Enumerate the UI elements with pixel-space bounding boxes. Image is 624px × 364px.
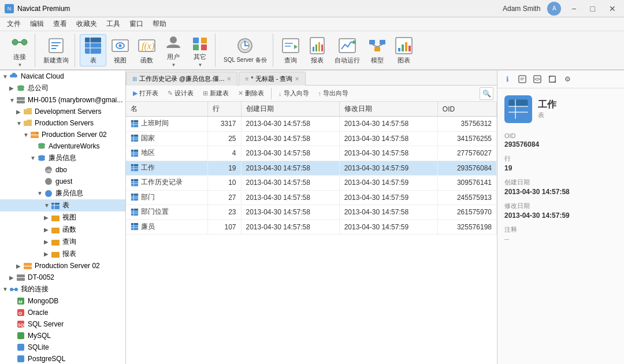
arrow-icon: ▶ [44, 226, 51, 233]
function-button[interactable]: f(x) 函数 [134, 34, 159, 66]
new-query-button[interactable]: 新建查询 [40, 34, 72, 66]
sidebar-item-employee-schema[interactable]: ▼ 廉员信息 [0, 187, 125, 199]
sidebar-item-views[interactable]: ▶ 视图 [0, 211, 125, 224]
svg-rect-21 [201, 44, 207, 50]
other-button[interactable]: 其它 ▼ [187, 34, 213, 66]
svg-line-39 [377, 44, 382, 47]
user-icon [164, 33, 183, 51]
menu-file[interactable]: 文件 [2, 18, 25, 30]
rp-object-icon [504, 95, 532, 123]
rp-preview-button[interactable] [531, 73, 544, 86]
sidebar-item-reports[interactable]: ▶ 报表 [0, 248, 125, 260]
close-button[interactable]: ✕ [606, 3, 619, 14]
svg-rect-42 [402, 44, 404, 51]
svg-rect-133 [508, 99, 528, 106]
export-wizard-button[interactable]: ↑ 导出向导 [315, 88, 352, 99]
rp-ddl-button[interactable] [516, 73, 529, 86]
svg-point-34 [352, 40, 356, 44]
rp-settings-button[interactable]: ⚙ [561, 73, 574, 86]
rp-modified-value: 2013-04-30 14:57:59 [504, 211, 617, 220]
table-row[interactable]: 上班时间 3317 2013-04-30 14:57:58 2013-04-30… [126, 117, 497, 132]
svg-rect-66 [51, 216, 60, 221]
autorun-button[interactable]: 自动运行 [331, 34, 363, 66]
mysql-label: MySQL [28, 332, 51, 340]
tab-history-close[interactable]: ✕ [226, 76, 231, 82]
menu-window[interactable]: 窗口 [125, 18, 148, 30]
postgresql-label: PostgreSQL [28, 355, 65, 363]
sidebar-item-adventureworks[interactable]: ▶ AdventureWorks [0, 140, 125, 152]
search-button[interactable]: 🔍 [480, 87, 493, 100]
tab-query[interactable]: ≡ * 无标题 - 查询 ✕ [239, 72, 306, 86]
rp-maximize-button[interactable] [546, 73, 559, 86]
design-table-button[interactable]: ✎ 设计表 [164, 88, 197, 99]
query-run-button[interactable]: 查询 [278, 34, 303, 66]
sidebar-item-prod-servers[interactable]: ▼ Production Servers [0, 117, 125, 129]
col-oid: OID [437, 102, 496, 117]
sidebar-item-prod-server02[interactable]: ▼ Production Server 02 [0, 129, 125, 140]
sidebar-item-dt0052[interactable]: ▶ DT-0052 [0, 272, 125, 283]
sidebar-item-mh0015[interactable]: ▼ MH-0015 (marybrown@gmai... [0, 94, 125, 106]
table-row[interactable]: 部门 27 2013-04-30 14:57:58 2013-04-30 14:… [126, 190, 497, 205]
sidebar-item-dev-servers[interactable]: ▶ Development Servers [0, 106, 125, 117]
employee-info-label: 廉员信息 [49, 153, 76, 163]
open-table-button[interactable]: ▶ 打开表 [129, 88, 162, 99]
delete-table-button[interactable]: ✕ 删除表 [235, 88, 268, 99]
sidebar-item-guest[interactable]: ▶ guest [0, 176, 125, 187]
sidebar-item-navicat-cloud[interactable]: ▼ Navicat Cloud [0, 70, 125, 82]
menu-view[interactable]: 查看 [49, 18, 72, 30]
minimize-button[interactable]: − [568, 3, 580, 14]
backup-button[interactable]: SQL Server 备份 [220, 34, 270, 66]
user-button[interactable]: 用户 ▼ [161, 34, 186, 66]
import-wizard-button[interactable]: ↓ 导入向导 [275, 88, 313, 99]
report-button[interactable]: 报表 [304, 34, 330, 66]
menu-tools[interactable]: 工具 [102, 18, 125, 30]
sidebar-item-prod-server02-2[interactable]: ▶ Production Server 02 [0, 260, 125, 272]
sidebar-item-company[interactable]: ▶ 总公司 [0, 82, 125, 94]
view-button[interactable]: 视图 [107, 34, 133, 66]
table-row[interactable]: 地区 4 2013-04-30 14:57:58 2013-04-30 14:5… [126, 146, 497, 161]
rp-rows-label: 行 [504, 154, 617, 163]
sidebar-item-mysql[interactable]: ▶ MySQL [0, 330, 125, 341]
arrow-icon: ▶ [44, 239, 51, 245]
svg-text:f(x): f(x) [142, 41, 154, 51]
autorun-icon [338, 36, 356, 55]
svg-rect-103 [131, 164, 138, 166]
sidebar-item-tables[interactable]: ▼ 表 [0, 199, 125, 211]
sqlite-icon [16, 343, 25, 352]
table-row[interactable]: 部门位置 23 2013-04-30 14:57:58 2013-04-30 1… [126, 205, 497, 220]
sidebar-item-postgresql[interactable]: ▶ PostgreSQL [0, 353, 125, 364]
schema-icon [44, 177, 53, 186]
navicat-cloud-label: Navicat Cloud [21, 72, 64, 80]
model-button[interactable]: 模型 [365, 34, 390, 66]
svg-rect-19 [201, 38, 207, 43]
menu-edit[interactable]: 编辑 [25, 18, 49, 30]
menu-favorites[interactable]: 收藏夹 [72, 18, 102, 30]
sidebar-item-sqlserver[interactable]: ▶ SQL SQL Server [0, 318, 125, 330]
sidebar-item-sqlite[interactable]: ▶ SQLite [0, 341, 125, 353]
table-row[interactable]: 国家 25 2013-04-30 14:57:58 2013-04-30 14:… [126, 131, 497, 146]
sidebar-item-functions[interactable]: ▶ 函数 [0, 224, 125, 236]
connect-button[interactable]: 连接 ▼ [7, 34, 32, 66]
sidebar-item-queries[interactable]: ▶ 查询 [0, 236, 125, 248]
table-row[interactable]: 廉员 107 2013-04-30 14:57:58 2013-04-30 14… [126, 220, 497, 235]
new-table-button[interactable]: ⊞ 新建表 [199, 88, 232, 99]
svg-point-0 [12, 39, 18, 45]
sidebar-item-employee-info[interactable]: ▼ 廉员信息 [0, 152, 125, 164]
tab-query-close[interactable]: ✕ [295, 76, 299, 82]
menu-help[interactable]: 帮助 [148, 18, 171, 30]
sidebar-item-mongodb[interactable]: ▶ M MongoDB [0, 295, 125, 307]
search-icon: 🔍 [482, 90, 491, 98]
maximize-button[interactable]: □ [587, 3, 599, 14]
sidebar-item-oracle[interactable]: ▶ O Oracle [0, 307, 125, 318]
tab-history[interactable]: ⊞ 工作历史记录 @廉员信息.僵... ✕ [126, 72, 237, 86]
table-row[interactable]: 工作历史记录 10 2013-04-30 14:57:58 2013-04-30… [126, 176, 497, 191]
table-row[interactable]: 工作 19 2013-04-30 14:57:58 2013-04-30 14:… [126, 161, 497, 176]
arrow-icon: ▼ [23, 132, 30, 138]
user-name: Adam Smith [503, 5, 540, 13]
chart-button[interactable]: 图表 [391, 34, 417, 66]
export-icon: ↑ [318, 90, 322, 97]
rp-info-button[interactable]: ℹ [501, 73, 514, 86]
sidebar-item-my-connections[interactable]: ▼ 我的连接 [0, 283, 125, 295]
sidebar-item-dbo[interactable]: ▶ dbo dbo [0, 164, 125, 176]
table-button[interactable]: 表 [80, 34, 106, 66]
